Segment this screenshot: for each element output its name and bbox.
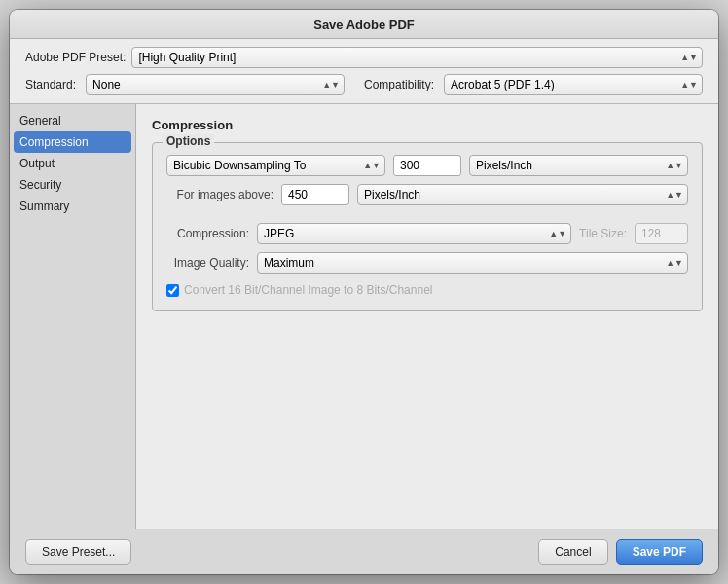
- resolution-input[interactable]: [393, 155, 461, 176]
- compatibility-select[interactable]: Acrobat 4 (PDF 1.3)Acrobat 5 (PDF 1.4)Ac…: [444, 74, 703, 95]
- preset-row: Adobe PDF Preset: [High Quality Print] ▲…: [10, 39, 718, 74]
- quality-label: Image Quality:: [166, 256, 249, 270]
- options-box: Options NoneAverage Downsampling ToSubsa…: [152, 142, 703, 311]
- preset-label: Adobe PDF Preset:: [25, 51, 126, 64]
- save-pdf-button[interactable]: Save PDF: [616, 539, 703, 565]
- compression-select-wrapper: NoneJPEGJPEG 2000ZIP ▲▼: [257, 223, 571, 244]
- preset-select[interactable]: [High Quality Print]: [131, 47, 703, 68]
- tile-label: Tile Size:: [579, 227, 627, 240]
- convert-checkbox[interactable]: [166, 284, 179, 297]
- compression-select[interactable]: NoneJPEGJPEG 2000ZIP: [257, 223, 571, 244]
- sidebar-item-output[interactable]: Output: [10, 153, 135, 174]
- options-legend: Options: [163, 134, 214, 148]
- sidebar-item-security[interactable]: Security: [10, 174, 135, 196]
- main-content: General Compression Output Security Summ…: [10, 104, 718, 529]
- standard-label: Standard:: [25, 78, 76, 91]
- quality-row: Image Quality: MinimumLowMediumHighMaxim…: [166, 252, 688, 274]
- resolution-unit-wrapper: Pixels/InchPixels/cm ▲▼: [469, 155, 688, 176]
- above-unit-wrapper: Pixels/InchPixels/cm ▲▼: [357, 184, 688, 205]
- quality-select[interactable]: MinimumLowMediumHighMaximum: [257, 252, 688, 274]
- content-area: Compression Options NoneAverage Downsamp…: [136, 104, 718, 529]
- title-bar: Save Adobe PDF: [10, 10, 718, 39]
- sidebar: General Compression Output Security Summ…: [10, 104, 136, 529]
- standard-select-wrapper: NonePDF/X-1aPDF/X-3PDF/X-4 ▲▼: [86, 74, 345, 95]
- standard-select[interactable]: NonePDF/X-1aPDF/X-3PDF/X-4: [86, 74, 345, 95]
- section-title: Compression: [152, 118, 703, 132]
- checkbox-row: Convert 16 Bit/Channel Image to 8 Bits/C…: [166, 283, 688, 297]
- downsampling-select[interactable]: NoneAverage Downsampling ToSubsampling T…: [166, 155, 385, 176]
- save-preset-button[interactable]: Save Preset...: [25, 539, 131, 565]
- preset-select-wrapper: [High Quality Print] ▲▼: [131, 47, 703, 68]
- resolution-unit-select[interactable]: Pixels/InchPixels/cm: [469, 155, 688, 176]
- cancel-button[interactable]: Cancel: [538, 539, 607, 565]
- sidebar-item-general[interactable]: General: [10, 110, 135, 131]
- downsampling-row: NoneAverage Downsampling ToSubsampling T…: [166, 155, 688, 176]
- footer: Save Preset... Cancel Save PDF: [10, 529, 718, 574]
- above-unit-select[interactable]: Pixels/InchPixels/cm: [357, 184, 688, 205]
- convert-checkbox-label: Convert 16 Bit/Channel Image to 8 Bits/C…: [184, 283, 432, 297]
- compression-label: Compression:: [166, 227, 249, 240]
- downsampling-select-wrapper: NoneAverage Downsampling ToSubsampling T…: [166, 155, 385, 176]
- sidebar-item-summary[interactable]: Summary: [10, 196, 135, 217]
- dialog-title: Save Adobe PDF: [313, 18, 415, 32]
- above-row: For images above: Pixels/InchPixels/cm ▲…: [166, 184, 688, 205]
- above-value-input[interactable]: [281, 184, 349, 205]
- compatibility-select-wrapper: Acrobat 4 (PDF 1.3)Acrobat 5 (PDF 1.4)Ac…: [444, 74, 703, 95]
- standard-row: Standard: NonePDF/X-1aPDF/X-3PDF/X-4 ▲▼ …: [10, 74, 718, 104]
- footer-right: Cancel Save PDF: [538, 539, 703, 565]
- sidebar-item-compression[interactable]: Compression: [14, 131, 131, 153]
- tile-size-input: [635, 223, 688, 244]
- compatibility-label: Compatibility:: [364, 78, 434, 91]
- save-pdf-dialog: Save Adobe PDF Adobe PDF Preset: [High Q…: [10, 10, 718, 574]
- quality-select-wrapper: MinimumLowMediumHighMaximum ▲▼: [257, 252, 688, 274]
- for-images-label: For images above:: [166, 188, 273, 201]
- compression-row: Compression: NoneJPEGJPEG 2000ZIP ▲▼ Til…: [166, 223, 688, 244]
